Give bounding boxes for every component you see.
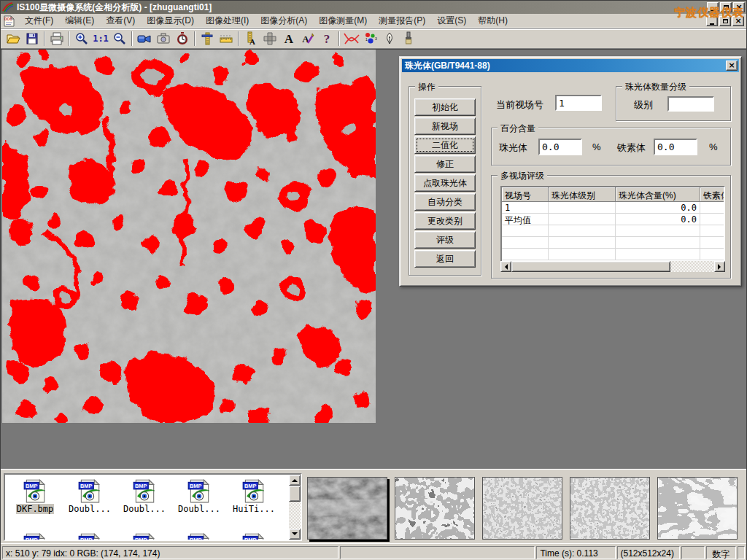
file-item[interactable] <box>117 532 171 541</box>
auto-classify-button[interactable]: 自动分类 <box>414 193 476 211</box>
file-item[interactable]: Doubl... <box>117 478 171 514</box>
table-row[interactable]: 1 0.0 <box>502 202 724 214</box>
file-list-scrollbar[interactable] <box>289 475 301 540</box>
arrow-up-icon <box>292 476 298 482</box>
thumbnail-5[interactable] <box>657 477 738 540</box>
cell-grade <box>549 214 616 225</box>
brush-button[interactable] <box>399 30 418 47</box>
measure-text-button[interactable]: A <box>241 30 260 47</box>
pen-button[interactable] <box>380 30 399 47</box>
table-row[interactable]: 平均值 0.0 <box>502 214 724 225</box>
scroll-up-button[interactable] <box>289 475 301 486</box>
text-button[interactable]: A <box>279 30 298 47</box>
file-item[interactable]: Doubl... <box>63 478 117 514</box>
menu-report[interactable]: 测量报告(P) <box>373 13 431 28</box>
help-button[interactable]: ? <box>317 30 336 47</box>
menu-image-analysis[interactable]: 图像分析(A) <box>255 13 313 28</box>
actual-size-button[interactable]: 1:1 <box>91 30 110 47</box>
arrow-right-icon <box>718 264 724 270</box>
help-icon: ? <box>320 31 334 46</box>
current-field-input[interactable] <box>555 95 602 111</box>
file-item[interactable] <box>63 532 117 541</box>
pick-pearlite-button[interactable]: 点取珠光体 <box>414 174 476 192</box>
toolbar: 1:1 A A A ? 13 <box>1 28 746 49</box>
pearlite-percent-input[interactable] <box>538 139 582 155</box>
table-row-empty <box>502 249 724 260</box>
timer-button[interactable] <box>173 30 192 47</box>
video-button[interactable] <box>135 30 154 47</box>
metallographic-image[interactable] <box>2 50 376 423</box>
return-button[interactable]: 返回 <box>414 250 476 268</box>
scroll-left-button[interactable] <box>500 261 511 272</box>
file-name: Doubl... <box>177 504 221 514</box>
menu-help[interactable]: 帮助(H) <box>472 13 514 28</box>
thumbnail-3[interactable] <box>482 477 562 540</box>
scrollbar-thumb[interactable] <box>289 486 301 502</box>
scrollbar-thumb[interactable] <box>511 261 670 272</box>
dialog-close-button[interactable]: × <box>726 61 738 71</box>
status-bar: x: 510 y: 79 idx: 0 RGB: (174, 174, 174)… <box>1 543 746 560</box>
scrollbar-track[interactable] <box>670 261 714 272</box>
multi-field-table[interactable]: 视场号 珠光体级别 珠光体含量(%) 铁素体含量(%) 1 0.0 平均值 <box>500 186 725 263</box>
menu-image-process[interactable]: 图像处理(I) <box>200 13 255 28</box>
binarize-button[interactable]: 二值化 <box>414 136 476 154</box>
mdi-close-button[interactable]: × <box>732 16 744 26</box>
markers-button[interactable]: 13 <box>361 30 380 47</box>
scroll-right-button[interactable] <box>714 261 725 272</box>
level-input[interactable] <box>667 96 714 112</box>
menu-view[interactable]: 查看(V) <box>100 13 141 28</box>
close-button[interactable]: × <box>733 2 745 12</box>
thumbnail-1[interactable] <box>307 477 387 540</box>
table-horizontal-scrollbar[interactable] <box>500 261 725 272</box>
init-button[interactable]: 初始化 <box>414 98 476 116</box>
correct-button[interactable]: 修正 <box>414 155 476 173</box>
print-button[interactable] <box>47 30 66 47</box>
ferrite-percent-input[interactable] <box>654 139 697 155</box>
file-item[interactable] <box>227 532 281 541</box>
caliper-button[interactable] <box>198 30 217 47</box>
menu-image-measure[interactable]: 图像测量(M) <box>313 13 373 28</box>
dialog-title-bar[interactable]: 珠光体(GB/T9441-88) × <box>402 59 739 72</box>
thumbnail-4[interactable] <box>570 477 650 540</box>
open-button[interactable] <box>4 30 23 47</box>
file-item[interactable]: DKF.bmp <box>8 478 62 514</box>
new-field-button[interactable]: 新视场 <box>414 117 476 135</box>
capture-button[interactable] <box>154 30 173 47</box>
minimize-button[interactable] <box>707 2 719 12</box>
annotate-button[interactable]: A <box>298 30 317 47</box>
restore-icon <box>724 5 729 9</box>
zoom-out-button[interactable] <box>110 30 129 47</box>
mdi-minimize-button[interactable] <box>706 16 718 26</box>
rate-button[interactable]: 评级 <box>414 231 476 249</box>
pearlite-dialog: 珠光体(GB/T9441-88) × 操作 初始化 新视场 二值化 修正 点取珠… <box>399 56 742 287</box>
menu-file[interactable]: 文件(F) <box>19 13 59 28</box>
zoom-in-button[interactable] <box>72 30 91 47</box>
file-item[interactable] <box>172 532 226 541</box>
ruler-button[interactable] <box>217 30 236 47</box>
open-icon <box>6 31 20 46</box>
menu-image-display[interactable]: 图像显示(D) <box>141 13 200 28</box>
maximize-button[interactable] <box>720 2 732 12</box>
thumbnail-2[interactable] <box>395 477 475 540</box>
bmp-file-icon <box>188 480 209 502</box>
ruler-icon <box>219 31 233 46</box>
ferrite-label: 铁素体 <box>617 141 646 155</box>
minimize-icon <box>711 9 715 11</box>
scroll-down-button[interactable] <box>289 529 301 540</box>
menu-edit[interactable]: 编辑(E) <box>59 13 100 28</box>
menu-settings[interactable]: 设置(S) <box>431 13 472 28</box>
arrow-left-icon <box>502 264 508 270</box>
mdi-restore-button[interactable] <box>719 16 731 26</box>
file-item[interactable]: Doubl... <box>172 478 226 514</box>
change-class-button[interactable]: 更改类别 <box>414 212 476 230</box>
calibration-curve-button[interactable] <box>342 30 361 47</box>
save-icon <box>25 31 39 46</box>
file-item[interactable] <box>8 532 62 541</box>
bmp-file-icon <box>24 480 45 502</box>
app-window: IS100显微摄像系统(金相分析版) - [zhuguangti01] × 宁波… <box>0 0 747 560</box>
file-item[interactable]: HuiTi... <box>227 478 281 514</box>
file-list[interactable]: DKF.bmp Doubl... Doubl... Doubl... <box>4 473 302 541</box>
save-button[interactable] <box>23 30 42 47</box>
percent-group: 百分含量 珠光体 % 铁素体 % <box>491 128 731 166</box>
grid-button[interactable] <box>260 30 279 47</box>
